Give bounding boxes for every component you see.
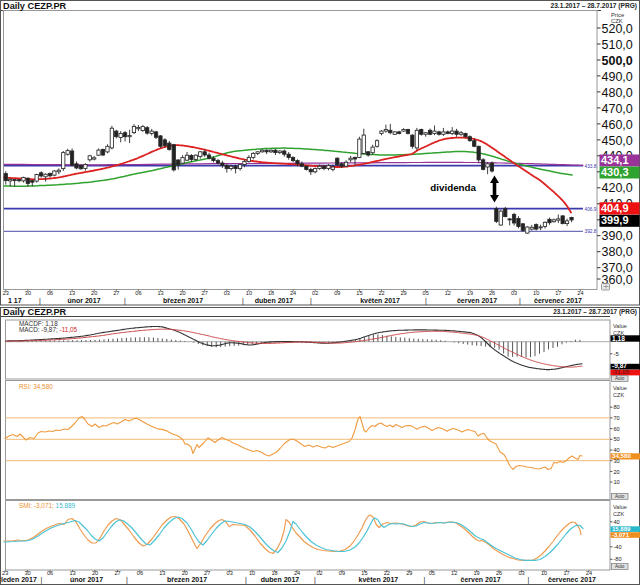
svg-text:03: 03 [224,290,230,296]
svg-text:červenec 2017: červenec 2017 [534,297,582,304]
svg-text:dividenda: dividenda [430,182,476,193]
svg-text:|: | [126,576,128,584]
svg-text:24: 24 [577,290,583,296]
svg-text:|: | [519,297,521,305]
svg-text:24: 24 [290,290,296,296]
svg-text:-3,071: -3,071 [612,532,630,538]
svg-text:34,580: 34,580 [612,452,631,459]
svg-text:80: 80 [614,404,620,410]
svg-text:|: | [314,576,316,584]
svg-text:10: 10 [541,570,547,576]
svg-text:434,1: 434,1 [601,154,629,166]
svg-text:22: 22 [378,290,384,296]
svg-text:09: 09 [334,290,340,296]
svg-text:19: 19 [467,290,473,296]
svg-text:27: 27 [114,570,120,576]
svg-text:470,0: 470,0 [602,102,633,116]
svg-text:1,18: 1,18 [612,335,625,343]
svg-text:26: 26 [489,290,495,296]
svg-text:03: 03 [511,290,517,296]
svg-text:červen 2017: červen 2017 [457,297,497,304]
svg-text:17: 17 [555,290,561,296]
svg-text:10: 10 [614,479,620,485]
svg-text:23.1.2017 – 28.7.2017 (PRG): 23.1.2017 – 28.7.2017 (PRG) [550,2,637,10]
svg-text:Auto: Auto [615,564,625,569]
svg-text:-40: -40 [614,544,622,550]
svg-text:480,0: 480,0 [602,86,633,100]
svg-text:Price: Price [611,12,624,18]
svg-text:05: 05 [429,570,435,576]
svg-text:leden 2017: leden 2017 [1,576,37,583]
svg-text:60: 60 [614,426,620,432]
svg-text:09: 09 [339,570,345,576]
svg-text:-80: -80 [614,556,622,562]
svg-text:02: 02 [312,290,318,296]
svg-text:CZK: CZK [613,392,624,398]
svg-text:duben 2017: duben 2017 [261,576,300,583]
svg-text:|: | [242,297,244,305]
svg-text:02: 02 [316,570,322,576]
svg-text:Auto: Auto [615,376,625,381]
svg-text:1 17: 1 17 [8,297,22,304]
svg-text:CZK: CZK [613,511,624,517]
svg-text:květen 2017: květen 2017 [359,576,399,583]
svg-text:Daily CEZP.PR: Daily CEZP.PR [3,1,67,11]
svg-text:12: 12 [451,570,457,576]
svg-text:-5: -5 [614,351,620,357]
svg-text:květen 2017: květen 2017 [360,297,400,304]
svg-text:Value: Value [613,504,627,510]
svg-text:20: 20 [179,290,185,296]
svg-text:05: 05 [423,290,429,296]
svg-text:březen 2017: březen 2017 [167,576,207,583]
svg-text:03: 03 [518,570,524,576]
svg-text:|: | [124,297,126,305]
svg-text:|: | [310,297,312,305]
svg-text:06: 06 [47,570,53,576]
svg-text:|: | [245,576,247,584]
svg-text:406.9: 406.9 [584,207,596,212]
svg-text:18: 18 [268,290,274,296]
svg-text:únor 2017: únor 2017 [67,297,100,304]
svg-text:15: 15 [356,290,362,296]
svg-text:13: 13 [157,290,163,296]
svg-text:březen 2017: březen 2017 [163,297,203,304]
svg-text:06: 06 [47,290,53,296]
svg-text:10: 10 [533,290,539,296]
svg-text:červenec 2017: červenec 2017 [548,576,596,583]
svg-text:380,0: 380,0 [602,245,633,259]
svg-text:460,0: 460,0 [602,118,633,132]
svg-text:RSI: 34,580: RSI: 34,580 [19,383,53,390]
svg-text:06: 06 [135,290,141,296]
svg-text:404,9: 404,9 [601,202,629,214]
svg-text:10: 10 [249,570,255,576]
svg-text:10: 10 [246,290,252,296]
svg-text:|: | [528,576,530,584]
svg-text:SMI: -3,071; 15,889: SMI: -3,071; 15,889 [19,502,76,509]
svg-text:|: | [425,297,427,305]
svg-text:06: 06 [137,570,143,576]
svg-text:duben 2017: duben 2017 [255,297,294,304]
svg-text:50: 50 [614,436,620,442]
svg-text:20: 20 [91,290,97,296]
svg-text:450,0: 450,0 [602,134,633,148]
svg-text:Value: Value [613,385,627,391]
svg-text:27: 27 [113,290,119,296]
svg-text:únor 2017: únor 2017 [70,576,103,583]
svg-text:Daily CEZP.PR: Daily CEZP.PR [3,307,67,317]
svg-text:CZK: CZK [611,18,623,24]
svg-text:23: 23 [3,290,9,296]
svg-text:03: 03 [227,570,233,576]
svg-text:370,0: 370,0 [602,261,633,275]
svg-text:13: 13 [69,290,75,296]
svg-text:Value: Value [613,323,627,329]
svg-text:433.8: 433.8 [584,164,596,169]
svg-text:390,0: 390,0 [602,229,633,243]
svg-text:430,3: 430,3 [601,166,629,178]
svg-text:červen 2017: červen 2017 [461,576,501,583]
svg-text:420,0: 420,0 [602,181,633,195]
svg-text:20: 20 [614,469,620,475]
svg-text:13: 13 [159,570,165,576]
svg-text:500,0: 500,0 [602,54,633,68]
svg-text:490,0: 490,0 [602,70,633,84]
svg-text:|: | [39,297,41,305]
